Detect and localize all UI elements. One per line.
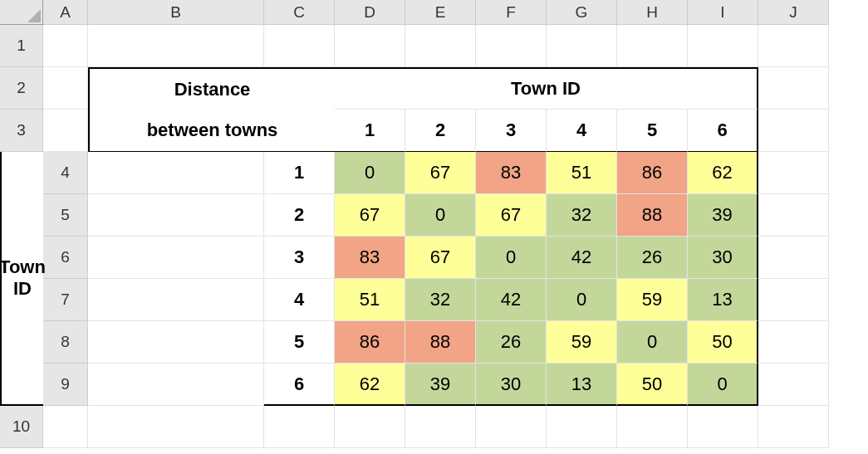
row-id-3[interactable]: 3 bbox=[264, 237, 335, 279]
cell-B10[interactable] bbox=[88, 406, 264, 448]
cell-A8[interactable] bbox=[88, 321, 264, 364]
cell-E1[interactable] bbox=[405, 25, 476, 67]
matrix-4-1[interactable]: 88 bbox=[405, 321, 476, 364]
matrix-5-4[interactable]: 50 bbox=[617, 364, 688, 406]
matrix-2-4[interactable]: 26 bbox=[617, 237, 688, 279]
col-id-6[interactable]: 6 bbox=[688, 110, 758, 152]
row-header-10[interactable]: 10 bbox=[0, 406, 43, 448]
cell-G10[interactable] bbox=[547, 406, 617, 448]
select-all-corner[interactable] bbox=[0, 0, 43, 25]
matrix-3-0[interactable]: 51 bbox=[335, 279, 405, 321]
matrix-4-0[interactable]: 86 bbox=[335, 321, 405, 364]
row-id-1[interactable]: 1 bbox=[264, 152, 335, 194]
cell-D10[interactable] bbox=[335, 406, 405, 448]
row-header-9[interactable]: 9 bbox=[43, 364, 88, 406]
row-id-2[interactable]: 2 bbox=[264, 194, 335, 237]
cell-F10[interactable] bbox=[476, 406, 547, 448]
matrix-1-5[interactable]: 39 bbox=[688, 194, 758, 237]
cell-I1[interactable] bbox=[688, 25, 758, 67]
matrix-5-0[interactable]: 62 bbox=[335, 364, 405, 406]
col-header-E[interactable]: E bbox=[405, 0, 476, 25]
col-header-A[interactable]: A bbox=[43, 0, 88, 25]
row-id-5[interactable]: 5 bbox=[264, 321, 335, 364]
row-header-5[interactable]: 5 bbox=[43, 194, 88, 237]
row-header-4[interactable]: 4 bbox=[43, 152, 88, 194]
matrix-0-0[interactable]: 0 bbox=[335, 152, 405, 194]
matrix-2-1[interactable]: 67 bbox=[405, 237, 476, 279]
cell-J7[interactable] bbox=[758, 279, 829, 321]
cell-J5[interactable] bbox=[758, 194, 829, 237]
matrix-2-0[interactable]: 83 bbox=[335, 237, 405, 279]
matrix-1-1[interactable]: 0 bbox=[405, 194, 476, 237]
cell-J9[interactable] bbox=[758, 364, 829, 406]
matrix-4-2[interactable]: 26 bbox=[476, 321, 547, 364]
matrix-1-0[interactable]: 67 bbox=[335, 194, 405, 237]
matrix-2-2[interactable]: 0 bbox=[476, 237, 547, 279]
cell-G1[interactable] bbox=[547, 25, 617, 67]
col-header-J[interactable]: J bbox=[758, 0, 829, 25]
col-header-G[interactable]: G bbox=[547, 0, 617, 25]
cell-A2[interactable] bbox=[43, 67, 88, 110]
cell-J10[interactable] bbox=[758, 406, 829, 448]
cell-E10[interactable] bbox=[405, 406, 476, 448]
town-id-left-label[interactable]: Town ID bbox=[0, 152, 43, 406]
cell-A10[interactable] bbox=[43, 406, 88, 448]
matrix-1-2[interactable]: 67 bbox=[476, 194, 547, 237]
matrix-3-5[interactable]: 13 bbox=[688, 279, 758, 321]
row-header-2[interactable]: 2 bbox=[0, 67, 43, 110]
cell-A5[interactable] bbox=[88, 194, 264, 237]
col-header-C[interactable]: C bbox=[264, 0, 335, 25]
col-id-1[interactable]: 1 bbox=[335, 110, 405, 152]
matrix-0-3[interactable]: 51 bbox=[547, 152, 617, 194]
matrix-2-3[interactable]: 42 bbox=[547, 237, 617, 279]
cell-A7[interactable] bbox=[88, 279, 264, 321]
row-id-4[interactable]: 4 bbox=[264, 279, 335, 321]
matrix-5-5[interactable]: 0 bbox=[688, 364, 758, 406]
cell-J6[interactable] bbox=[758, 237, 829, 279]
cell-J3[interactable] bbox=[758, 110, 829, 152]
col-header-D[interactable]: D bbox=[335, 0, 405, 25]
town-id-top-label[interactable]: Town ID bbox=[335, 67, 758, 110]
matrix-2-5[interactable]: 30 bbox=[688, 237, 758, 279]
col-id-3[interactable]: 3 bbox=[476, 110, 547, 152]
cell-A4[interactable] bbox=[88, 152, 264, 194]
matrix-0-5[interactable]: 62 bbox=[688, 152, 758, 194]
matrix-3-3[interactable]: 0 bbox=[547, 279, 617, 321]
row-header-8[interactable]: 8 bbox=[43, 321, 88, 364]
col-header-B[interactable]: B bbox=[88, 0, 264, 25]
row-header-3[interactable]: 3 bbox=[0, 110, 43, 152]
cell-J1[interactable] bbox=[758, 25, 829, 67]
col-id-2[interactable]: 2 bbox=[405, 110, 476, 152]
row-header-1[interactable]: 1 bbox=[0, 25, 43, 67]
matrix-5-1[interactable]: 39 bbox=[405, 364, 476, 406]
row-header-7[interactable]: 7 bbox=[43, 279, 88, 321]
cell-F1[interactable] bbox=[476, 25, 547, 67]
cell-A1[interactable] bbox=[43, 25, 88, 67]
row-header-6[interactable]: 6 bbox=[43, 237, 88, 279]
matrix-0-2[interactable]: 83 bbox=[476, 152, 547, 194]
cell-J2[interactable] bbox=[758, 67, 829, 110]
cell-A3[interactable] bbox=[43, 110, 88, 152]
col-header-F[interactable]: F bbox=[476, 0, 547, 25]
matrix-3-4[interactable]: 59 bbox=[617, 279, 688, 321]
cell-C1[interactable] bbox=[264, 25, 335, 67]
col-header-H[interactable]: H bbox=[617, 0, 688, 25]
cell-B1[interactable] bbox=[88, 25, 264, 67]
cell-A9[interactable] bbox=[88, 364, 264, 406]
cell-C10[interactable] bbox=[264, 406, 335, 448]
matrix-3-2[interactable]: 42 bbox=[476, 279, 547, 321]
matrix-0-1[interactable]: 67 bbox=[405, 152, 476, 194]
cell-A6[interactable] bbox=[88, 237, 264, 279]
cell-H1[interactable] bbox=[617, 25, 688, 67]
col-header-I[interactable]: I bbox=[688, 0, 758, 25]
matrix-3-1[interactable]: 32 bbox=[405, 279, 476, 321]
matrix-5-3[interactable]: 13 bbox=[547, 364, 617, 406]
cell-H10[interactable] bbox=[617, 406, 688, 448]
spreadsheet-grid[interactable]: A B C D E F G H I J 1 2 Distance Town ID… bbox=[0, 0, 868, 454]
cell-D1[interactable] bbox=[335, 25, 405, 67]
cell-J4[interactable] bbox=[758, 152, 829, 194]
matrix-4-5[interactable]: 50 bbox=[688, 321, 758, 364]
distance-label-line1[interactable]: Distance bbox=[88, 67, 335, 110]
matrix-1-4[interactable]: 88 bbox=[617, 194, 688, 237]
cell-I10[interactable] bbox=[688, 406, 758, 448]
